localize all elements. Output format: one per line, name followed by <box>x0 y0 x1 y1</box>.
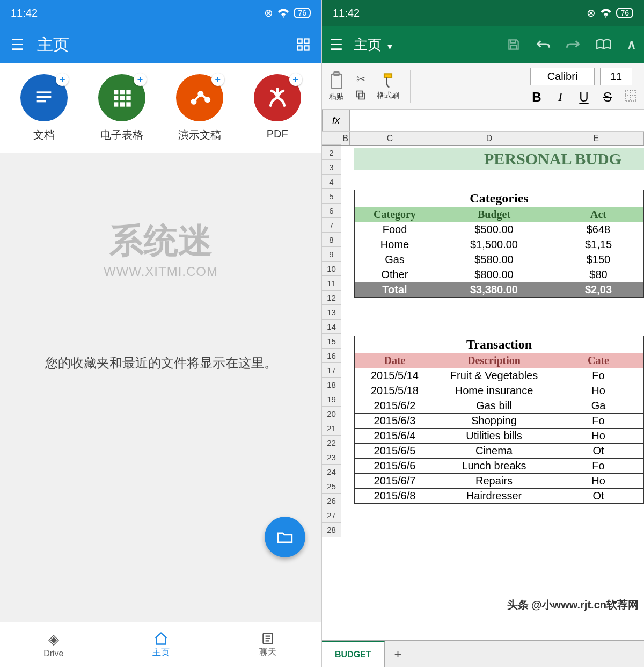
row-header[interactable]: 2 <box>322 146 341 160</box>
row-header[interactable]: 11 <box>322 276 341 291</box>
table-cell[interactable]: Category <box>355 207 435 222</box>
row-header[interactable]: 8 <box>322 233 341 247</box>
table-cell[interactable]: Ho <box>553 383 643 398</box>
table-cell[interactable]: $2,03 <box>553 282 643 298</box>
save-icon[interactable] <box>507 38 521 52</box>
menu-icon[interactable]: ☰ <box>11 36 24 54</box>
ribbon-tab-dropdown[interactable]: 主页 ▼ <box>354 35 393 54</box>
table-cell[interactable]: Description <box>435 353 553 368</box>
row-header[interactable]: 21 <box>322 421 341 436</box>
fx-label[interactable]: fx <box>322 110 350 131</box>
font-name-select[interactable]: Calibri <box>530 68 595 85</box>
table-cell[interactable]: Ga <box>553 398 643 414</box>
table-cell[interactable]: Ho <box>553 429 643 444</box>
collapse-ribbon-icon[interactable]: ∧ <box>627 37 636 52</box>
add-sheet-button[interactable]: + <box>385 647 412 662</box>
row-header[interactable]: 5 <box>322 189 341 204</box>
italic-button[interactable]: I <box>554 90 567 105</box>
table-cell[interactable]: Shopping <box>435 414 553 429</box>
create-presentation[interactable]: + 演示文稿 <box>176 74 223 142</box>
table-cell[interactable]: Ot <box>553 444 643 459</box>
row-header[interactable]: 7 <box>322 218 341 233</box>
table-cell[interactable]: Home <box>355 237 435 252</box>
table-cell[interactable]: Cinema <box>435 444 553 459</box>
table-cell[interactable]: Ho <box>553 474 643 489</box>
strike-button[interactable]: S <box>601 90 614 105</box>
table-cell[interactable]: Home insurance <box>435 383 553 398</box>
table-cell[interactable]: Fo <box>553 368 643 383</box>
fab-browse-button[interactable] <box>265 517 305 557</box>
table-cell[interactable]: Fruit & Vegetables <box>435 368 553 383</box>
table-cell[interactable]: Other <box>355 267 435 282</box>
row-header[interactable]: 18 <box>322 378 341 392</box>
nav-drive[interactable]: ◈ Drive <box>0 622 107 667</box>
row-header[interactable]: 4 <box>322 175 341 189</box>
table-cell[interactable]: $1,500.00 <box>435 237 553 252</box>
row-header[interactable]: 17 <box>322 363 341 378</box>
create-spreadsheet[interactable]: + 电子表格 <box>98 74 145 142</box>
table-cell[interactable]: Food <box>355 222 435 237</box>
table-cell[interactable]: 2015/6/3 <box>355 414 435 429</box>
row-header[interactable]: 27 <box>322 508 341 523</box>
table-cell[interactable]: 2015/6/4 <box>355 429 435 444</box>
table-cell[interactable]: Ot <box>553 489 643 504</box>
row-header[interactable]: 19 <box>322 392 341 407</box>
spreadsheet-grid[interactable]: B C D E 23456789101112131415161718192021… <box>322 132 644 640</box>
table-cell[interactable]: $800.00 <box>435 267 553 282</box>
row-header[interactable]: 15 <box>322 334 341 349</box>
format-painter-button[interactable]: 格式刷 <box>377 73 399 100</box>
row-header[interactable]: 16 <box>322 349 341 363</box>
bold-button[interactable]: B <box>530 90 543 105</box>
nav-chat[interactable]: 聊天 <box>214 622 321 667</box>
table-cell[interactable]: 2015/5/18 <box>355 383 435 398</box>
table-cell[interactable]: 2015/6/7 <box>355 474 435 489</box>
row-header[interactable]: 28 <box>322 523 341 537</box>
table-cell[interactable]: Hairdresser <box>435 489 553 504</box>
table-cell[interactable]: $80 <box>553 267 643 282</box>
font-size-select[interactable]: 11 <box>600 68 632 85</box>
table-cell[interactable]: Date <box>355 353 435 368</box>
table-cell[interactable]: $3,380.00 <box>435 282 553 298</box>
underline-button[interactable]: U <box>577 90 590 105</box>
table-cell[interactable]: Budget <box>435 207 553 222</box>
copy-icon[interactable] <box>355 90 366 100</box>
table-cell[interactable]: Repairs <box>435 474 553 489</box>
table-cell[interactable]: Gas bill <box>435 398 553 414</box>
row-header[interactable]: 22 <box>322 436 341 450</box>
row-header[interactable]: 25 <box>322 479 341 494</box>
row-header[interactable]: 9 <box>322 247 341 262</box>
create-document[interactable]: + 文档 <box>20 74 68 142</box>
row-header[interactable]: 10 <box>322 262 341 276</box>
row-header[interactable]: 20 <box>322 407 341 421</box>
table-cell[interactable]: 2015/5/14 <box>355 368 435 383</box>
table-cell[interactable]: Total <box>355 282 435 298</box>
table-cell[interactable]: 2015/6/8 <box>355 489 435 504</box>
table-cell[interactable]: $1,15 <box>553 237 643 252</box>
row-header[interactable]: 3 <box>322 160 341 175</box>
row-header[interactable]: 13 <box>322 305 341 320</box>
row-header[interactable]: 23 <box>322 450 341 465</box>
row-header[interactable]: 14 <box>322 320 341 334</box>
create-pdf[interactable]: + PDF <box>254 74 301 142</box>
table-cell[interactable]: Act <box>553 207 643 222</box>
menu-icon[interactable]: ☰ <box>330 36 343 54</box>
table-cell[interactable]: $580.00 <box>435 252 553 267</box>
table-cell[interactable]: Cate <box>553 353 643 368</box>
table-cell[interactable]: 2015/6/6 <box>355 459 435 474</box>
table-cell[interactable]: 2015/6/5 <box>355 444 435 459</box>
redo-icon[interactable] <box>566 38 581 51</box>
row-header[interactable]: 26 <box>322 494 341 508</box>
table-cell[interactable]: Fo <box>553 414 643 429</box>
formula-input[interactable] <box>350 110 644 131</box>
nav-home[interactable]: 主页 <box>107 622 215 667</box>
table-cell[interactable]: Lunch breaks <box>435 459 553 474</box>
cut-icon[interactable]: ✂ <box>356 73 365 85</box>
row-header[interactable]: 24 <box>322 465 341 479</box>
paste-button[interactable]: 粘贴 <box>328 71 345 102</box>
table-cell[interactable]: $150 <box>553 252 643 267</box>
table-cell[interactable]: Fo <box>553 459 643 474</box>
sheet-tab-budget[interactable]: BUDGET <box>322 641 385 667</box>
row-header[interactable]: 6 <box>322 204 341 218</box>
table-cell[interactable]: Gas <box>355 252 435 267</box>
table-cell[interactable]: $648 <box>553 222 643 237</box>
